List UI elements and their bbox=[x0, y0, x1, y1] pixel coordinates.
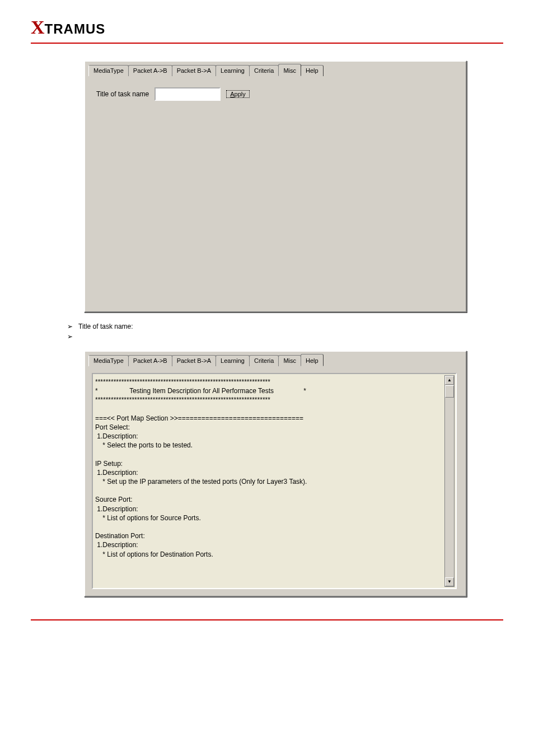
scrollbar[interactable]: ▲ ▼ bbox=[444, 375, 455, 587]
scroll-down-icon[interactable]: ▼ bbox=[445, 577, 454, 586]
misc-tab-body: Title of task name Apply bbox=[85, 76, 466, 311]
header-divider bbox=[31, 43, 503, 44]
tab-bar: MediaType Packet A->B Packet B->A Learni… bbox=[85, 352, 466, 366]
tab-help[interactable]: Help bbox=[301, 354, 324, 366]
title-input[interactable] bbox=[154, 87, 221, 101]
tab-mediatype[interactable]: MediaType bbox=[88, 65, 129, 76]
help-text-content: ****************************************… bbox=[95, 377, 453, 559]
logo-rest: TRAMUS bbox=[45, 21, 106, 37]
title-label: Title of task name bbox=[96, 90, 149, 98]
help-tab-body: ****************************************… bbox=[85, 366, 466, 596]
apply-button[interactable]: Apply bbox=[226, 90, 250, 98]
bullet1-label: Title of task name: bbox=[78, 323, 133, 330]
tab-packet-a-b[interactable]: Packet A->B bbox=[128, 65, 172, 76]
bullet-icon: ➢ bbox=[67, 323, 73, 330]
bullet-list: ➢ Title of task name: Set the name of th… bbox=[67, 323, 503, 340]
tab-learning[interactable]: Learning bbox=[216, 355, 250, 366]
tab-misc[interactable]: Misc bbox=[278, 355, 301, 366]
scroll-up-icon[interactable]: ▲ bbox=[445, 376, 454, 385]
apply-rest: pply bbox=[235, 91, 246, 97]
tab-mediatype[interactable]: MediaType bbox=[88, 355, 129, 366]
help-textarea[interactable]: ****************************************… bbox=[92, 373, 457, 589]
dialog-panel-misc: MediaType Packet A->B Packet B->A Learni… bbox=[84, 60, 467, 312]
logo-x: X bbox=[31, 17, 45, 38]
bullet2-label: Apply: bbox=[78, 333, 97, 340]
tab-bar: MediaType Packet A->B Packet B->A Learni… bbox=[85, 62, 466, 76]
tab-learning[interactable]: Learning bbox=[216, 65, 250, 76]
apply-mnemonic: A bbox=[230, 91, 234, 97]
scroll-thumb[interactable] bbox=[445, 385, 454, 398]
bullet2-text: Apply the settings. bbox=[102, 333, 157, 340]
dialog-panel-help: MediaType Packet A->B Packet B->A Learni… bbox=[84, 351, 467, 597]
bullet1-text: Set the name of the task. bbox=[139, 323, 213, 330]
tab-packet-a-b[interactable]: Packet A->B bbox=[128, 355, 172, 366]
footer-divider bbox=[31, 619, 503, 620]
tab-packet-b-a[interactable]: Packet B->A bbox=[172, 65, 216, 76]
tab-criteria[interactable]: Criteria bbox=[249, 65, 279, 76]
bullet-icon: ➢ bbox=[67, 333, 73, 340]
tab-packet-b-a[interactable]: Packet B->A bbox=[172, 355, 216, 366]
tab-criteria[interactable]: Criteria bbox=[249, 355, 279, 366]
tab-help[interactable]: Help bbox=[301, 65, 324, 76]
brand-logo: X TRAMUS bbox=[31, 17, 503, 38]
tab-misc[interactable]: Misc bbox=[278, 64, 301, 76]
